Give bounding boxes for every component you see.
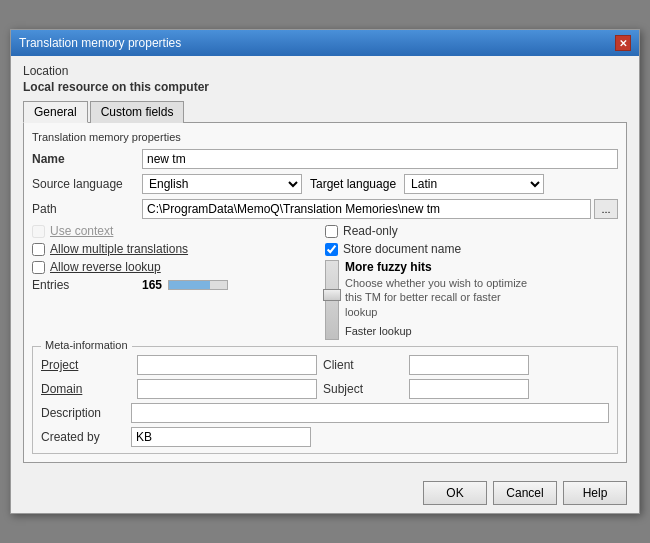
entries-value: 165: [142, 278, 162, 292]
location-value: Local resource on this computer: [23, 80, 627, 94]
slider-thumb[interactable]: [323, 289, 341, 301]
title-bar: Translation memory properties ✕: [11, 30, 639, 56]
client-label: Client: [323, 358, 403, 372]
store-doc-checkbox[interactable]: [325, 243, 338, 256]
translation-memory-dialog: Translation memory properties ✕ Location…: [10, 29, 640, 514]
dialog-title: Translation memory properties: [19, 36, 181, 50]
tabs-container: General Custom fields: [23, 100, 627, 123]
tab-custom-fields[interactable]: Custom fields: [90, 101, 185, 123]
entries-row: Entries 165: [32, 278, 325, 292]
close-button[interactable]: ✕: [615, 35, 631, 51]
fuzzy-slider-wrapper: [325, 260, 339, 340]
use-context-label: Use context: [50, 224, 113, 238]
meta-section: Meta-information Project Client Domain S…: [32, 346, 618, 454]
description-row: Description: [41, 403, 609, 423]
location-section: Location Local resource on this computer: [23, 64, 627, 94]
path-input[interactable]: [142, 199, 591, 219]
location-label: Location: [23, 64, 627, 78]
fuzzy-desc: Choose whether you wish to optimize this…: [345, 276, 535, 319]
tab-content-general: Translation memory properties Name Sourc…: [23, 123, 627, 463]
description-input[interactable]: [131, 403, 609, 423]
options-row: Use context Allow multiple translations …: [32, 224, 618, 340]
name-row: Name: [32, 149, 618, 169]
source-language-label: Source language: [32, 177, 142, 191]
domain-label: Domain: [41, 382, 131, 396]
meta-legend: Meta-information: [41, 339, 132, 351]
domain-input[interactable]: [137, 379, 317, 399]
slider-track: [325, 260, 339, 340]
options-left: Use context Allow multiple translations …: [32, 224, 325, 340]
use-context-row: Use context: [32, 224, 325, 238]
tab-general[interactable]: General: [23, 101, 88, 123]
target-language-select[interactable]: Latin: [404, 174, 544, 194]
subject-label: Subject: [323, 382, 403, 396]
section-label: Translation memory properties: [32, 131, 618, 143]
allow-multiple-checkbox[interactable]: [32, 243, 45, 256]
subject-input[interactable]: [409, 379, 529, 399]
use-context-checkbox[interactable]: [32, 225, 45, 238]
name-input[interactable]: [142, 149, 618, 169]
language-row: Source language English Target language …: [32, 174, 618, 194]
faster-lookup-label: Faster lookup: [345, 325, 535, 337]
allow-reverse-checkbox[interactable]: [32, 261, 45, 274]
entries-label: Entries: [32, 278, 142, 292]
entries-bar: [168, 280, 228, 290]
client-input[interactable]: [409, 355, 529, 375]
readonly-row: Read-only: [325, 224, 618, 238]
allow-reverse-label: Allow reverse lookup: [50, 260, 161, 274]
meta-grid: Project Client Domain Subject: [41, 355, 609, 399]
source-language-select[interactable]: English: [142, 174, 302, 194]
button-bar: OK Cancel Help: [11, 473, 639, 513]
path-label: Path: [32, 202, 142, 216]
cancel-button[interactable]: Cancel: [493, 481, 557, 505]
target-language-label: Target language: [310, 177, 396, 191]
readonly-label: Read-only: [343, 224, 398, 238]
options-right: Read-only Store document name: [325, 224, 618, 340]
ok-button[interactable]: OK: [423, 481, 487, 505]
allow-multiple-row: Allow multiple translations: [32, 242, 325, 256]
created-by-label: Created by: [41, 430, 131, 444]
project-input[interactable]: [137, 355, 317, 375]
allow-reverse-row: Allow reverse lookup: [32, 260, 325, 274]
fuzzy-section: More fuzzy hits Choose whether you wish …: [325, 260, 618, 340]
dialog-body: Location Local resource on this computer…: [11, 56, 639, 473]
readonly-checkbox[interactable]: [325, 225, 338, 238]
help-button[interactable]: Help: [563, 481, 627, 505]
more-fuzzy-label: More fuzzy hits: [345, 260, 535, 274]
name-label: Name: [32, 152, 142, 166]
fuzzy-text-block: More fuzzy hits Choose whether you wish …: [345, 260, 535, 337]
created-by-input[interactable]: [131, 427, 311, 447]
path-row: Path ...: [32, 199, 618, 219]
store-doc-row: Store document name: [325, 242, 618, 256]
project-label: Project: [41, 358, 131, 372]
store-doc-label: Store document name: [343, 242, 461, 256]
allow-multiple-label: Allow multiple translations: [50, 242, 188, 256]
description-label: Description: [41, 406, 131, 420]
created-by-row: Created by: [41, 427, 609, 447]
browse-button[interactable]: ...: [594, 199, 618, 219]
